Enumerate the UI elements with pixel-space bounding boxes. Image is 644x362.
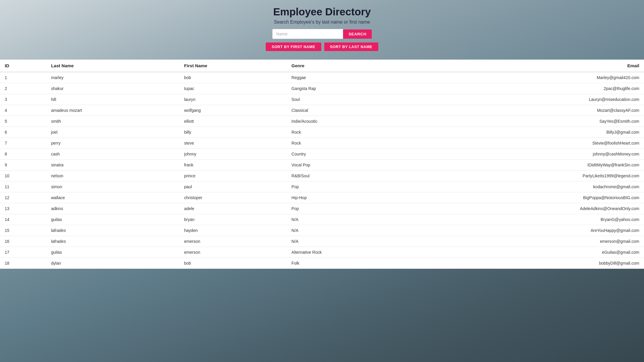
sort-by-first-name-button[interactable]: SORT BY FIRST NAME bbox=[266, 42, 321, 51]
cell-id: 12 bbox=[0, 192, 46, 203]
cell-id: 4 bbox=[0, 105, 46, 116]
cell-email: PartyLikeIts1999@legend.com bbox=[418, 171, 644, 181]
table-row: 8cashjohnnyCountryjohnny@cashMoney.com bbox=[0, 149, 644, 160]
cell-id: 5 bbox=[0, 116, 46, 127]
table-row: 17guilasemersonAlternative RockeGuilas@g… bbox=[0, 247, 644, 258]
cell-email: bobbyDill@gmail.com bbox=[418, 258, 644, 269]
cell-first-name: paul bbox=[179, 181, 287, 192]
cell-last-name: adkins bbox=[46, 203, 179, 214]
cell-first-name: prince bbox=[179, 171, 287, 181]
cell-email: SayYes@Esmith.com bbox=[418, 116, 644, 127]
cell-first-name: steve bbox=[179, 138, 287, 149]
search-row: SEARCH bbox=[0, 29, 644, 39]
cell-id: 14 bbox=[0, 214, 46, 225]
cell-last-name: hill bbox=[46, 94, 179, 105]
search-input[interactable] bbox=[272, 29, 343, 39]
table-row: 18dylanbobFolkbobbyDill@gmail.com bbox=[0, 258, 644, 269]
search-button[interactable]: SEARCH bbox=[343, 30, 371, 39]
cell-last-name: amadeus mozart bbox=[46, 105, 179, 116]
cell-first-name: emerson bbox=[179, 236, 287, 247]
cell-genre: N/A bbox=[287, 214, 418, 225]
cell-first-name: frank bbox=[179, 160, 287, 171]
cell-first-name: lauryn bbox=[179, 94, 287, 105]
table-row: 2shakurtupacGangsta Rap2pac@thuglife.com bbox=[0, 83, 644, 94]
cell-last-name: smith bbox=[46, 116, 179, 127]
cell-email: BryanG@yahoo.com bbox=[418, 214, 644, 225]
cell-email: johnny@cashMoney.com bbox=[418, 149, 644, 160]
cell-last-name: wallace bbox=[46, 192, 179, 203]
cell-last-name: lafrades bbox=[46, 225, 179, 236]
cell-genre: N/A bbox=[287, 225, 418, 236]
sort-by-last-name-button[interactable]: SORT BY LAST NAME bbox=[324, 42, 378, 51]
table-row: 9sinatrafrankVocal PopIDidItMyWay@frankS… bbox=[0, 160, 644, 171]
cell-genre: Folk bbox=[287, 258, 418, 269]
table-row: 11simonpaulPopkodachrome@gmail.com bbox=[0, 181, 644, 192]
cell-first-name: johnny bbox=[179, 149, 287, 160]
cell-email: eGuilas@gmail.com bbox=[418, 247, 644, 258]
cell-email: BillyJ@gmail.com bbox=[418, 127, 644, 138]
cell-genre: Rock bbox=[287, 138, 418, 149]
cell-first-name: bob bbox=[179, 258, 287, 269]
cell-genre: Classical bbox=[287, 105, 418, 116]
cell-first-name: emerson bbox=[179, 247, 287, 258]
table-row: 10nelsonprinceR&B/SoulPartyLikeIts1999@l… bbox=[0, 171, 644, 181]
cell-genre: Alternative Rock bbox=[287, 247, 418, 258]
cell-genre: R&B/Soul bbox=[287, 171, 418, 181]
cell-last-name: marley bbox=[46, 72, 179, 83]
col-header-last-name: Last Name bbox=[46, 60, 179, 72]
cell-last-name: sinatra bbox=[46, 160, 179, 171]
table-container: ID Last Name First Name Genre Email 1mar… bbox=[0, 60, 644, 269]
header-section: Employee Directory Search Employee's by … bbox=[0, 0, 644, 60]
cell-last-name: cash bbox=[46, 149, 179, 160]
table-header-row: ID Last Name First Name Genre Email bbox=[0, 60, 644, 72]
cell-last-name: joel bbox=[46, 127, 179, 138]
cell-id: 10 bbox=[0, 171, 46, 181]
cell-id: 11 bbox=[0, 181, 46, 192]
cell-genre: Reggae bbox=[287, 72, 418, 83]
cell-last-name: nelson bbox=[46, 171, 179, 181]
cell-id: 8 bbox=[0, 149, 46, 160]
cell-first-name: tupac bbox=[179, 83, 287, 94]
col-header-genre: Genre bbox=[287, 60, 418, 72]
cell-genre: Pop bbox=[287, 203, 418, 214]
cell-genre: Hip-Hop bbox=[287, 192, 418, 203]
table-row: 16lafradesemersonN/Aemerson@gmail.com bbox=[0, 236, 644, 247]
page-wrapper: Employee Directory Search Employee's by … bbox=[0, 0, 644, 362]
table-row: 15lafradeshaydenN/AAreYouHappy@gmail.com bbox=[0, 225, 644, 236]
table-body: 1marleybobReggaeMarley@gmail420.com2shak… bbox=[0, 72, 644, 269]
cell-last-name: guilas bbox=[46, 247, 179, 258]
cell-email: AdeleAdkins@OneandOnly.com bbox=[418, 203, 644, 214]
cell-genre: Vocal Pop bbox=[287, 160, 418, 171]
page-subtitle: Search Employee's by last name or first … bbox=[0, 19, 644, 25]
cell-email: 2pac@thuglife.com bbox=[418, 83, 644, 94]
cell-last-name: simon bbox=[46, 181, 179, 192]
sort-row: SORT BY FIRST NAME SORT BY LAST NAME bbox=[0, 42, 644, 51]
employee-table: ID Last Name First Name Genre Email 1mar… bbox=[0, 60, 644, 269]
cell-id: 18 bbox=[0, 258, 46, 269]
cell-id: 2 bbox=[0, 83, 46, 94]
cell-email: emerson@gmail.com bbox=[418, 236, 644, 247]
cell-first-name: bob bbox=[179, 72, 287, 83]
cell-first-name: elliott bbox=[179, 116, 287, 127]
cell-genre: N/A bbox=[287, 236, 418, 247]
cell-id: 13 bbox=[0, 203, 46, 214]
cell-first-name: hayden bbox=[179, 225, 287, 236]
cell-genre: Gangsta Rap bbox=[287, 83, 418, 94]
cell-last-name: dylan bbox=[46, 258, 179, 269]
cell-id: 9 bbox=[0, 160, 46, 171]
cell-id: 1 bbox=[0, 72, 46, 83]
cell-id: 15 bbox=[0, 225, 46, 236]
table-row: 5smithelliottIndie/AcousticSayYes@Esmith… bbox=[0, 116, 644, 127]
cell-first-name: wolfgang bbox=[179, 105, 287, 116]
table-row: 3hilllaurynSoulLauryn@miseducation.com bbox=[0, 94, 644, 105]
cell-email: AreYouHappy@gmail.com bbox=[418, 225, 644, 236]
cell-first-name: christoper bbox=[179, 192, 287, 203]
cell-genre: Rock bbox=[287, 127, 418, 138]
col-header-email: Email bbox=[418, 60, 644, 72]
cell-email: Stevie@foolishHeart.com bbox=[418, 138, 644, 149]
cell-genre: Pop bbox=[287, 181, 418, 192]
cell-email: BigPoppa@NotoriousBIG.com bbox=[418, 192, 644, 203]
table-row: 4amadeus mozartwolfgangClassicalMozart@c… bbox=[0, 105, 644, 116]
table-row: 1marleybobReggaeMarley@gmail420.com bbox=[0, 72, 644, 83]
cell-email: IDidItMyWay@frankSin.com bbox=[418, 160, 644, 171]
